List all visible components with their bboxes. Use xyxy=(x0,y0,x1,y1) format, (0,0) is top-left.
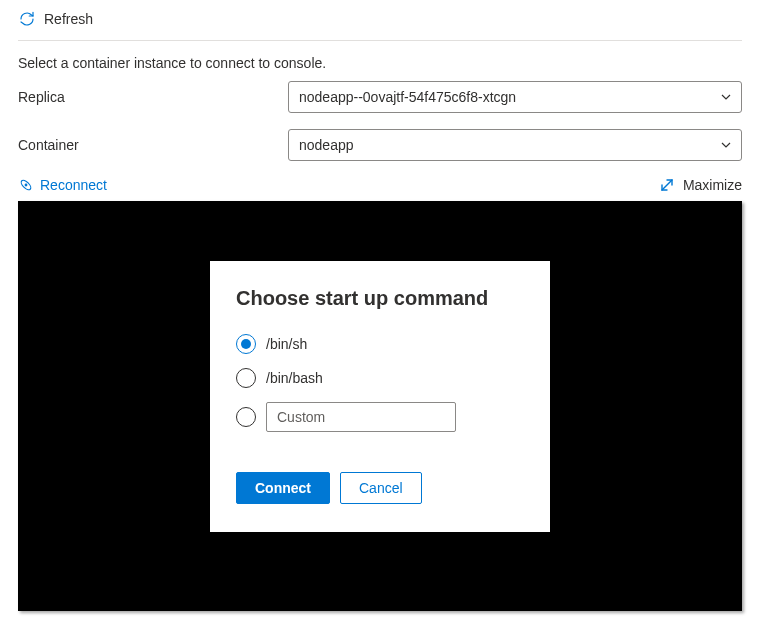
container-row: Container nodeapp xyxy=(18,129,742,161)
replica-select-value: nodeapp--0ovajtf-54f475c6f8-xtcgn xyxy=(299,89,516,105)
radio-dot-icon xyxy=(241,339,251,349)
dialog-title: Choose start up command xyxy=(236,287,524,310)
maximize-icon xyxy=(659,177,675,193)
radio-label-bash: /bin/bash xyxy=(266,370,323,386)
radio-indicator xyxy=(236,368,256,388)
refresh-button[interactable]: Refresh xyxy=(18,10,93,28)
instruction-text: Select a container instance to connect t… xyxy=(18,55,742,71)
container-select[interactable]: nodeapp xyxy=(288,129,742,161)
radio-indicator xyxy=(236,334,256,354)
radio-indicator xyxy=(236,407,256,427)
console-toolbar: Reconnect Maximize xyxy=(18,177,742,193)
replica-row: Replica nodeapp--0ovajtf-54f475c6f8-xtcg… xyxy=(18,81,742,113)
replica-label: Replica xyxy=(18,89,288,105)
connect-button[interactable]: Connect xyxy=(236,472,330,504)
container-label: Container xyxy=(18,137,288,153)
refresh-label: Refresh xyxy=(44,11,93,27)
radio-option-sh[interactable]: /bin/sh xyxy=(236,334,524,354)
startup-command-radio-group: /bin/sh /bin/bash xyxy=(236,334,524,446)
dialog-actions: Connect Cancel xyxy=(236,472,524,504)
replica-select[interactable]: nodeapp--0ovajtf-54f475c6f8-xtcgn xyxy=(288,81,742,113)
refresh-icon xyxy=(18,10,36,28)
maximize-label: Maximize xyxy=(683,177,742,193)
startup-command-dialog: Choose start up command /bin/sh /bin/bas… xyxy=(210,261,550,532)
svg-point-1 xyxy=(25,184,28,187)
radio-label-sh: /bin/sh xyxy=(266,336,307,352)
container-select-value: nodeapp xyxy=(299,137,354,153)
custom-command-input[interactable] xyxy=(266,402,456,432)
reconnect-icon xyxy=(18,177,34,193)
radio-option-bash[interactable]: /bin/bash xyxy=(236,368,524,388)
page-toolbar: Refresh xyxy=(18,10,742,41)
maximize-button[interactable]: Maximize xyxy=(659,177,742,193)
radio-option-custom[interactable] xyxy=(236,402,524,432)
reconnect-label: Reconnect xyxy=(40,177,107,193)
reconnect-button[interactable]: Reconnect xyxy=(18,177,107,193)
console-area: Choose start up command /bin/sh /bin/bas… xyxy=(18,201,742,611)
cancel-button[interactable]: Cancel xyxy=(340,472,422,504)
